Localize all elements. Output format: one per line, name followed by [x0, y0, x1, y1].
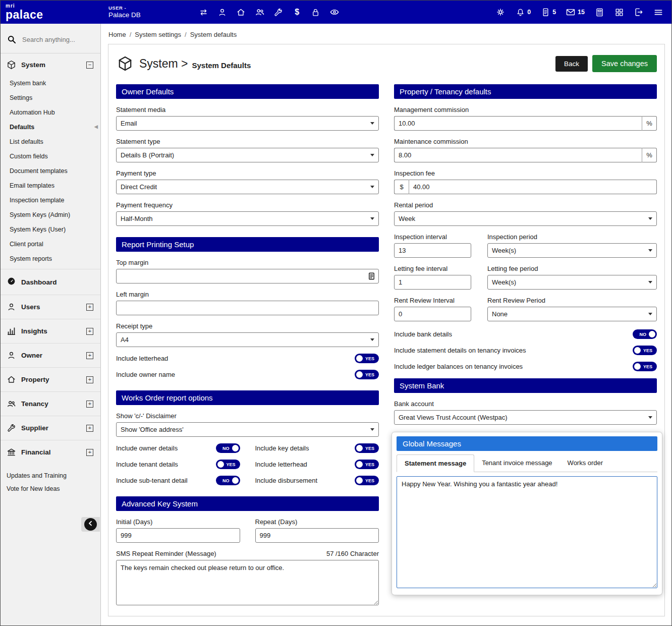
sidebar-section-supplier[interactable]: Supplier [1, 416, 100, 440]
include-ledger-balances-toggle[interactable]: YES [633, 362, 657, 371]
page-setup-icon[interactable] [367, 272, 376, 280]
rent-review-interval-input[interactable] [394, 307, 471, 321]
gears-icon[interactable] [495, 7, 506, 17]
house-icon [7, 375, 16, 384]
toggle-state: YES [365, 478, 374, 483]
rent-review-period-label: Rent Review Period [487, 297, 657, 304]
wrench-icon[interactable] [273, 7, 284, 17]
management-commission-input[interactable] [394, 116, 642, 131]
include-letterhead-toggle[interactable]: YES [355, 354, 379, 363]
sidebar-item-system-reports[interactable]: System reports [1, 251, 100, 266]
left-margin-input[interactable] [116, 301, 379, 315]
sidebar-item-list-defaults[interactable]: List defaults [1, 134, 100, 149]
save-changes-button[interactable]: Save changes [592, 55, 657, 72]
payment-frequency-select[interactable]: Half-Month [116, 211, 379, 226]
app-logo[interactable]: mri palace [1, 4, 101, 21]
sidebar-item-inspection-template[interactable]: Inspection template [1, 193, 100, 207]
sidebar-item-automation-hub[interactable]: Automation Hub [1, 105, 100, 120]
notifications-button[interactable]: 0 [515, 7, 531, 17]
sidebar-item-document-templates[interactable]: Document templates [1, 163, 100, 178]
sidebar-section-property[interactable]: Property [1, 367, 100, 391]
top-margin-input[interactable] [116, 269, 379, 283]
search-icon[interactable] [7, 34, 17, 44]
include-owner-name-toggle[interactable]: YES [355, 370, 379, 379]
letting-fee-interval-input[interactable] [394, 275, 471, 290]
menu-icon[interactable] [653, 7, 663, 17]
search-input[interactable] [21, 35, 92, 44]
include-ledger-balances-label: Include ledger balances on tenancy invoi… [394, 363, 523, 370]
sidebar-collapse-button[interactable] [81, 517, 100, 532]
eye-icon[interactable] [329, 7, 340, 17]
include-bank-details-toggle[interactable]: NO [633, 329, 657, 339]
sidebar-item-system-keys-user[interactable]: System Keys (User) [1, 222, 100, 237]
inspection-fee-input[interactable] [409, 180, 657, 194]
payment-type-select[interactable]: Direct Credit [116, 180, 379, 194]
dollar-icon[interactable]: $ [292, 7, 302, 17]
sidebar-item-system-bank[interactable]: System bank [1, 76, 100, 90]
rental-period-select[interactable]: Week [394, 211, 657, 226]
disclaimer-field: Show 'c/-' Disclaimer Show 'Office addre… [116, 412, 379, 437]
inspection-interval-input[interactable] [394, 243, 471, 258]
signout-icon[interactable] [634, 7, 644, 17]
swap-icon[interactable] [199, 7, 209, 17]
lock-icon[interactable] [311, 7, 321, 17]
breadcrumb-system-settings[interactable]: System settings [135, 31, 181, 38]
include-statement-details-toggle[interactable]: YES [633, 346, 657, 355]
statement-type-select[interactable]: Details B (Portrait) [116, 148, 379, 162]
system-cube-icon [7, 60, 16, 70]
initial-days-input[interactable] [116, 528, 240, 543]
user-name: Palace DB [108, 11, 141, 19]
include-owner-details-toggle[interactable]: NO [216, 443, 240, 453]
sidebar-section-insights[interactable]: Insights [1, 319, 100, 343]
tab-statement-message[interactable]: Statement message [397, 454, 474, 472]
bank-account-select[interactable]: Great Views Trust Account (Westpac) [394, 410, 657, 425]
repeat-days-input[interactable] [255, 528, 379, 543]
vote-new-ideas-link[interactable]: Vote for New Ideas [1, 482, 100, 495]
maintenance-commission-label: Maintenance commission [394, 138, 657, 145]
tab-works-order[interactable]: Works order [560, 454, 611, 472]
sidebar-section-owner[interactable]: Owner [1, 343, 100, 367]
sidebar-section-dashboard[interactable]: Dashboard [1, 269, 100, 295]
sidebar-item-defaults[interactable]: Defaults [1, 120, 100, 134]
include-key-details-toggle[interactable]: YES [355, 443, 379, 453]
maintenance-commission-input[interactable] [394, 148, 642, 162]
statement-message-textarea[interactable]: Happy New Year. Wishing you a fantastic … [397, 476, 657, 588]
apps-grid-icon[interactable] [614, 7, 624, 17]
updates-training-link[interactable]: Updates and Training [1, 469, 100, 482]
sidebar-item-client-portal[interactable]: Client portal [1, 237, 100, 251]
rent-review-interval-label: Rent Review Interval [394, 297, 471, 304]
sidebar-section-tenancy[interactable]: Tenancy [1, 391, 100, 416]
breadcrumb-home[interactable]: Home [108, 31, 126, 38]
letting-fee-interval-field: Letting fee interval [394, 265, 471, 290]
sidebar-item-system-keys-admin[interactable]: System Keys (Admin) [1, 207, 100, 222]
sidebar-section-financial[interactable]: Financial [1, 440, 100, 464]
letting-fee-period-select[interactable]: Week(s) [487, 275, 657, 290]
receipt-type-select[interactable]: A4 [116, 332, 379, 347]
users-icon[interactable] [255, 7, 265, 17]
sms-reminder-textarea[interactable]: The keys remain checked out please retur… [116, 560, 379, 605]
receipt-type-field: Receipt type A4 [116, 322, 379, 347]
include-tenant-details-toggle[interactable]: YES [216, 460, 240, 469]
include-subtenant-toggle[interactable]: NO [216, 476, 240, 485]
sidebar-item-email-templates[interactable]: Email templates [1, 178, 100, 193]
sidebar-item-custom-fields[interactable]: Custom fields [1, 149, 100, 163]
calculator-icon[interactable] [594, 7, 604, 17]
include-disbursement-toggle[interactable]: YES [355, 476, 379, 485]
toggle-state: YES [643, 364, 652, 369]
sidebar-section-system[interactable]: System [1, 53, 100, 76]
statement-media-select[interactable]: Email [116, 116, 379, 131]
messages-button[interactable]: 15 [566, 7, 585, 17]
rent-review-period-select[interactable]: None [487, 307, 657, 321]
tab-tenant-invoice-message[interactable]: Tenant invoice message [474, 454, 559, 472]
back-button[interactable]: Back [555, 56, 588, 72]
user-icon[interactable] [217, 7, 228, 17]
inspection-period-select[interactable]: Week(s) [487, 243, 657, 258]
sidebar-search [1, 24, 100, 53]
include-letterhead-wo-toggle[interactable]: YES [355, 460, 379, 469]
documents-button[interactable]: 5 [540, 7, 556, 17]
sidebar-section-users[interactable]: Users [1, 295, 100, 319]
home-icon[interactable] [236, 7, 246, 17]
rental-period-label: Rental period [394, 201, 657, 209]
disclaimer-select[interactable]: Show 'Office address' [116, 422, 379, 437]
sidebar-item-settings[interactable]: Settings [1, 90, 100, 105]
